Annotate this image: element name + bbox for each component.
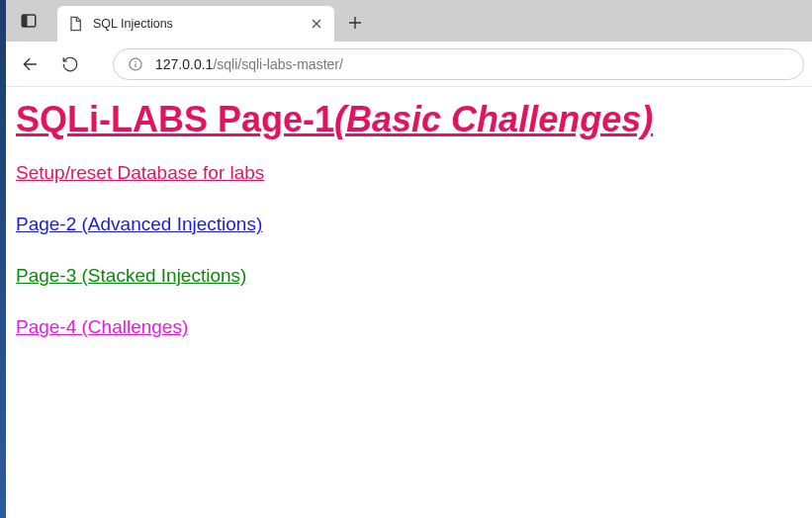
tab-actions-button[interactable]	[6, 0, 51, 42]
title-main: SQLi-LABS Page-1	[16, 99, 334, 139]
svg-point-3	[135, 60, 135, 61]
page-content: SQLi-LABS Page-1(Basic Challenges) Setup…	[6, 87, 812, 518]
tab-close-button[interactable]	[309, 16, 324, 32]
new-tab-button[interactable]	[338, 6, 372, 40]
browser-tab[interactable]: SQL Injections	[57, 6, 334, 42]
info-icon	[128, 56, 143, 72]
plus-icon	[348, 16, 362, 30]
svg-rect-1	[22, 15, 27, 27]
tab-strip: SQL Injections	[6, 0, 812, 42]
url-host: 127.0.0.1	[155, 56, 213, 72]
refresh-icon	[61, 55, 79, 73]
link-page-4[interactable]: Page-4 (Challenges)	[16, 316, 188, 338]
page-title: SQLi-LABS Page-1(Basic Challenges)	[16, 99, 802, 140]
title-subtitle: (Basic Challenges)	[334, 99, 653, 139]
address-bar[interactable]: 127.0.0.1/sqli/sqli-labs-master/	[113, 48, 804, 80]
page-icon	[67, 16, 83, 32]
link-setup-database[interactable]: Setup/reset Database for labs	[16, 162, 264, 184]
link-page-3[interactable]: Page-3 (Stacked Injections)	[16, 265, 246, 287]
back-button[interactable]	[14, 47, 47, 81]
url-path: /sqli/sqli-labs-master/	[213, 56, 342, 72]
tab-actions-icon	[20, 12, 38, 30]
browser-window: SQL Injections	[6, 0, 812, 518]
close-icon	[312, 19, 321, 29]
link-page-2[interactable]: Page-2 (Advanced Injections)	[16, 214, 262, 235]
toolbar: 127.0.0.1/sqli/sqli-labs-master/	[6, 42, 812, 87]
tab-title: SQL Injections	[93, 17, 299, 31]
refresh-button[interactable]	[53, 47, 87, 81]
arrow-left-icon	[21, 54, 41, 74]
url-text: 127.0.0.1/sqli/sqli-labs-master/	[155, 56, 343, 72]
